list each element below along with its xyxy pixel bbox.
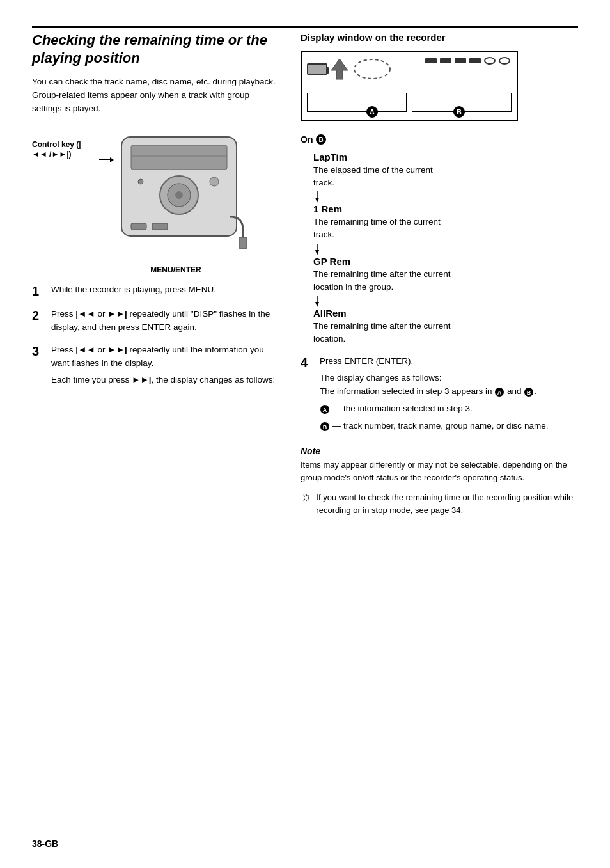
dw-dashed-oval-svg [352, 57, 393, 81]
svg-text:A: A [323, 407, 327, 413]
page-container: Checking the remaining time or the playi… [0, 0, 610, 868]
on-b-heading: On B [301, 134, 578, 145]
dw-seg-1 [425, 58, 437, 63]
svg-text:B: B [527, 390, 531, 396]
page-number: 38-GB [32, 839, 58, 849]
flow-desc-gprem: The remaining time after the currentloca… [313, 268, 578, 294]
step-2-num: 2 [32, 308, 46, 323]
svg-text:A: A [497, 390, 502, 396]
flow-item-gprem: GP Rem The remaining time after the curr… [313, 256, 578, 294]
display-window-diagram: A B [301, 51, 518, 121]
svg-point-12 [354, 59, 390, 79]
svg-marker-11 [331, 59, 348, 79]
step-3-num: 3 [32, 343, 46, 359]
flow-item-allrem: AllRem The remaining time after the curr… [313, 308, 578, 346]
svg-point-5 [175, 191, 183, 199]
dw-battery-icon [307, 63, 327, 75]
dw-box-a [307, 93, 407, 112]
svg-marker-24 [315, 302, 319, 307]
tip-section: ☼ If you want to check the remaining tim… [301, 491, 578, 516]
circle-a-inline: A [494, 387, 504, 397]
flow-term-allrem: AllRem [313, 308, 578, 319]
dw-seg-3 [455, 58, 466, 63]
note-text: Items may appear differently or may not … [301, 459, 578, 484]
step-4-section: 4 Press ENTER (ENTER). The display chang… [301, 355, 578, 438]
svg-text:B: B [457, 108, 462, 116]
svg-marker-20 [315, 198, 319, 203]
flow-arrow-3 [313, 296, 578, 306]
flow-arrow-2 [313, 244, 578, 255]
section-title: Checking the remaining time or the playi… [32, 31, 281, 67]
display-window-title: Display window on the recorder [301, 31, 578, 44]
intro-text: You can check the track name, disc name,… [32, 75, 281, 116]
left-column: Checking the remaining time or the playi… [32, 31, 281, 842]
flow-desc-laptim: The elapsed time of the currenttrack. [313, 164, 578, 190]
top-rule [32, 26, 578, 28]
step-1-num: 1 [32, 283, 46, 299]
circle-b-inline2: B [320, 422, 330, 432]
step-3-text: Press |◄◄ or ►►| repeatedly until the in… [51, 343, 281, 391]
svg-rect-8 [131, 223, 146, 230]
step-2: 2 Press |◄◄ or ►►| repeatedly until "DIS… [32, 308, 281, 335]
circle-b-icon: B [315, 134, 327, 145]
recorder-svg [109, 134, 249, 255]
flow-term-gprem: GP Rem [313, 256, 578, 267]
flow-desc-1rem: The remaining time of the currenttrack. [313, 216, 578, 242]
tip-text: If you want to check the remaining time … [316, 491, 578, 516]
note-section: Note Items may appear differently or may… [301, 446, 578, 484]
svg-rect-9 [152, 223, 168, 230]
dw-top-indicators [425, 57, 510, 65]
svg-text:B: B [319, 136, 324, 143]
dw-seg-4 [469, 58, 481, 63]
flow-item-laptim: LapTim The elapsed time of the currenttr… [313, 152, 578, 190]
step-1: 1 While the recorder is playing, press M… [32, 283, 281, 299]
step-4-num: 4 [301, 355, 315, 370]
right-column: Display window on the recorder [301, 31, 578, 842]
flow-arrow-1 [313, 192, 578, 202]
tip-icon: ☼ [301, 490, 312, 503]
menu-enter-label: MENU/ENTER [150, 265, 201, 274]
dw-arrow-icon [330, 58, 349, 81]
svg-rect-10 [239, 237, 247, 249]
steps-list: 1 While the recorder is playing, press M… [32, 283, 281, 391]
step-1-text: While the recorder is playing, press MEN… [51, 283, 281, 297]
dw-label-b: B [453, 106, 465, 121]
svg-point-6 [210, 177, 219, 186]
step-3: 3 Press |◄◄ or ►►| repeatedly until the … [32, 343, 281, 391]
step-4-text: Press ENTER (ENTER). The display changes… [320, 355, 578, 438]
flow-list: LapTim The elapsed time of the currenttr… [313, 152, 578, 346]
device-illustration [99, 134, 253, 262]
note-title: Note [301, 446, 578, 456]
svg-text:A: A [370, 108, 375, 116]
dw-seg-2 [440, 58, 451, 63]
dw-circle-2 [499, 57, 510, 65]
flow-desc-allrem: The remaining time after the currentloca… [313, 320, 578, 346]
two-col-layout: Checking the remaining time or the playi… [32, 31, 578, 842]
circle-b-inline: B [524, 387, 534, 397]
svg-rect-1 [131, 145, 227, 170]
flow-term-laptim: LapTim [313, 152, 578, 162]
dw-sub-boxes [307, 93, 512, 112]
flow-term-1rem: 1 Rem [313, 203, 578, 214]
svg-marker-22 [315, 250, 319, 255]
dw-left-section [307, 57, 393, 81]
circle-a-inline2: A [320, 404, 330, 414]
step-4: 4 Press ENTER (ENTER). The display chang… [301, 355, 578, 438]
dw-battery-area [307, 57, 393, 81]
flow-item-1rem: 1 Rem The remaining time of the currentt… [313, 203, 578, 242]
step-2-text: Press |◄◄ or ►►| repeatedly until "DISP"… [51, 308, 281, 335]
svg-text:B: B [323, 424, 327, 430]
dw-circle-1 [484, 57, 496, 65]
dw-label-a: A [366, 106, 379, 121]
svg-point-7 [138, 179, 143, 184]
control-key-label: Control key (|◄◄ /►►|) [32, 140, 90, 160]
device-diagram: Control key (|◄◄ /►►|) [32, 127, 281, 274]
